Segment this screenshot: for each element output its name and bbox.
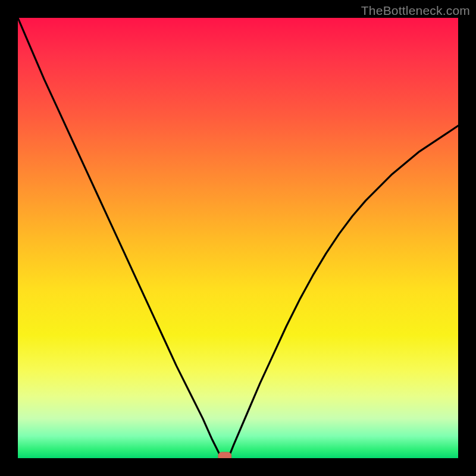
curve-svg — [18, 18, 458, 458]
watermark-text: TheBottleneck.com — [361, 4, 470, 18]
bottleneck-curve — [18, 18, 458, 456]
minimum-marker — [218, 452, 231, 458]
chart-frame: TheBottleneck.com — [0, 0, 476, 476]
plot-area — [18, 18, 458, 458]
